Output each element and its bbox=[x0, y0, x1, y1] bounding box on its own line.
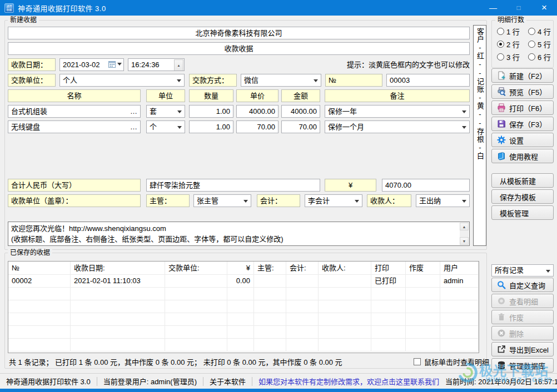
method-select[interactable]: 微信 bbox=[241, 74, 321, 87]
receipt-number-field[interactable]: 00003 bbox=[386, 74, 470, 87]
minimize-button[interactable]: — bbox=[480, 0, 506, 16]
item-note-select[interactable]: 保修一个月 bbox=[325, 120, 470, 133]
preview-button[interactable]: 预览（F5） bbox=[491, 84, 554, 99]
save-button[interactable]: 保存（F3） bbox=[491, 117, 554, 131]
radio-1-rows[interactable]: 1 行 bbox=[497, 26, 520, 37]
settings-button[interactable]: 设置 bbox=[491, 133, 554, 147]
statusbar-current-user: 当前登录用户: admin(管理员) bbox=[97, 376, 203, 386]
saved-empty-row bbox=[8, 313, 479, 326]
item-amount-field[interactable]: 4000.00 bbox=[281, 105, 320, 118]
receipt-number-label[interactable]: № bbox=[325, 74, 382, 87]
accountant-label[interactable]: 会计： bbox=[257, 194, 300, 207]
new-document-icon bbox=[497, 71, 506, 80]
items-header-note: 备注 bbox=[325, 89, 470, 102]
radio-5-rows[interactable]: 5 行 bbox=[528, 39, 551, 49]
statusbar-app-name: 神奇通用收据打印软件 3.0 bbox=[0, 376, 97, 386]
saved-table[interactable]: № 收款日期: 交款单位: ¥ 主管: 会计: 收款人: 打印 作废 用户 00… bbox=[8, 261, 479, 353]
new-from-template-button[interactable]: 从模板新建 bbox=[491, 173, 554, 188]
item-price-field[interactable]: 70.00 bbox=[236, 120, 278, 133]
payer-select[interactable]: 个人 bbox=[59, 74, 185, 87]
manage-db-button[interactable]: 管理数据库 bbox=[491, 358, 554, 373]
ellipsis-button[interactable]: … bbox=[130, 121, 138, 133]
group-label-new-receipt: 新建收据 bbox=[8, 17, 39, 24]
item-qty-field[interactable]: 1.00 bbox=[189, 120, 233, 133]
saved-header-row: № 收款日期: 交款单位: ¥ 主管: 会计: 收款人: 打印 作废 用户 bbox=[8, 262, 479, 275]
total-capital-label[interactable]: 合计人民币（大写） bbox=[8, 179, 141, 192]
company-name-field[interactable]: 北京神奇像素科技有限公司 bbox=[8, 27, 470, 39]
textarea-scrollbar[interactable]: ▲ ▼ bbox=[460, 223, 469, 245]
accountant-select[interactable]: 李会计 bbox=[305, 194, 362, 207]
export-excel-button[interactable]: 导出到Excel bbox=[491, 342, 554, 356]
saved-row[interactable]: 00002 2021-02-01 11:10:03 0.00 已打印 admin bbox=[8, 275, 479, 288]
payee-label[interactable]: 收款人： bbox=[367, 194, 411, 207]
supervisor-select[interactable]: 张主管 bbox=[193, 194, 251, 207]
radio-2-rows[interactable]: 2 行 bbox=[497, 39, 520, 49]
contact-link[interactable]: 如果您对本软件有定制修改需求，欢迎点击这里联系我们 bbox=[252, 376, 445, 386]
payee-select[interactable]: 王出纳 bbox=[416, 194, 470, 207]
records-filter-select[interactable]: 所有记录 bbox=[491, 264, 554, 277]
delete-icon bbox=[497, 329, 506, 338]
receipt-time-spinner[interactable]: 16:24:36 ▲ ▼ bbox=[128, 58, 185, 71]
view-detail-button[interactable]: 查看明细 bbox=[491, 294, 554, 308]
database-icon bbox=[497, 361, 506, 370]
printer-icon bbox=[497, 103, 506, 112]
ellipsis-button[interactable]: … bbox=[130, 105, 138, 117]
item-name-field[interactable]: 台式机组装 … bbox=[8, 105, 141, 118]
custom-query-button[interactable]: 自定义查询 bbox=[491, 278, 554, 292]
scroll-up-icon[interactable]: ▲ bbox=[460, 223, 469, 230]
total-capital-field[interactable]: 肆仟零柒拾元整 bbox=[146, 179, 320, 192]
chevron-down-icon bbox=[177, 126, 182, 131]
save-as-template-button[interactable]: 保存为模板 bbox=[491, 189, 554, 204]
chevron-down-icon bbox=[462, 126, 466, 131]
saved-empty-row bbox=[8, 300, 479, 313]
item-unit-select[interactable]: 个 bbox=[146, 120, 185, 133]
scroll-down-icon[interactable]: ▼ bbox=[460, 237, 469, 245]
total-amount-field[interactable]: 4070.00 bbox=[382, 179, 470, 192]
saved-empty-row bbox=[8, 339, 479, 351]
view-detail-icon bbox=[497, 296, 506, 305]
detail-on-click-checkbox[interactable]: 鼠标单击时查看明细 bbox=[414, 356, 489, 367]
close-button[interactable]: × bbox=[531, 0, 557, 16]
payer-label[interactable]: 交款单位： bbox=[8, 74, 56, 87]
items-header-name: 名称 bbox=[8, 89, 141, 102]
method-label[interactable]: 交款方式： bbox=[189, 74, 237, 87]
template-manage-button[interactable]: 模板管理 bbox=[491, 205, 554, 220]
receipt-date-label[interactable]: 收款日期： bbox=[8, 58, 56, 71]
spinner-up-icon[interactable]: ▲ bbox=[174, 59, 183, 71]
book-icon bbox=[497, 152, 506, 160]
search-icon bbox=[497, 280, 506, 289]
void-button[interactable]: 作废 bbox=[491, 310, 554, 324]
radio-4-rows[interactable]: 4 行 bbox=[528, 26, 551, 37]
items-header-price: 单价 bbox=[236, 89, 278, 102]
radio-3-rows[interactable]: 3 行 bbox=[497, 52, 520, 62]
copy-colors-strip: 客户-红--记账-黄--存根-白 bbox=[473, 25, 486, 246]
chevron-down-icon bbox=[462, 110, 466, 115]
new-button[interactable]: 新建（F2） bbox=[491, 68, 554, 83]
item-note-select[interactable]: 保修一年 bbox=[325, 105, 470, 118]
items-header-unit: 单位 bbox=[146, 89, 185, 102]
chevron-down-icon bbox=[243, 200, 248, 205]
chevron-down-icon bbox=[177, 79, 181, 84]
maximize-button[interactable]: □ bbox=[506, 0, 531, 16]
tutorial-button[interactable]: 使用教程 bbox=[491, 149, 554, 163]
bottom-accent-bar bbox=[0, 389, 557, 392]
chevron-down-icon bbox=[462, 200, 466, 205]
item-name-field[interactable]: 无线键盘 … bbox=[8, 120, 141, 133]
item-qty-field[interactable]: 1.00 bbox=[189, 105, 233, 118]
item-price-field[interactable]: 4000.00 bbox=[236, 105, 278, 118]
currency-label[interactable]: ¥ bbox=[325, 179, 376, 192]
group-label-saved: 已保存的收据 bbox=[8, 249, 52, 257]
footer-note-textarea[interactable]: 欢迎您再次光临！http://www.shenqixiangsu.com (收据… bbox=[8, 222, 470, 246]
seal-label[interactable]: 收款单位（盖章）： bbox=[8, 194, 141, 207]
item-unit-select[interactable]: 套 bbox=[146, 105, 185, 118]
delete-button[interactable]: 删除 bbox=[491, 326, 554, 340]
item-amount-field[interactable]: 70.00 bbox=[281, 120, 320, 133]
about-link[interactable]: 关于本软件 bbox=[203, 376, 252, 386]
print-button[interactable]: 打印（F6） bbox=[491, 100, 554, 115]
receipt-title-field[interactable]: 收款收据 bbox=[8, 42, 470, 55]
items-header-qty: 数量 bbox=[189, 89, 233, 102]
supervisor-label[interactable]: 主管： bbox=[146, 194, 190, 207]
radio-6-rows[interactable]: 6 行 bbox=[528, 52, 551, 62]
checkbox-icon[interactable] bbox=[414, 358, 421, 365]
receipt-date-picker[interactable]: 2021-03-02 bbox=[59, 58, 124, 71]
